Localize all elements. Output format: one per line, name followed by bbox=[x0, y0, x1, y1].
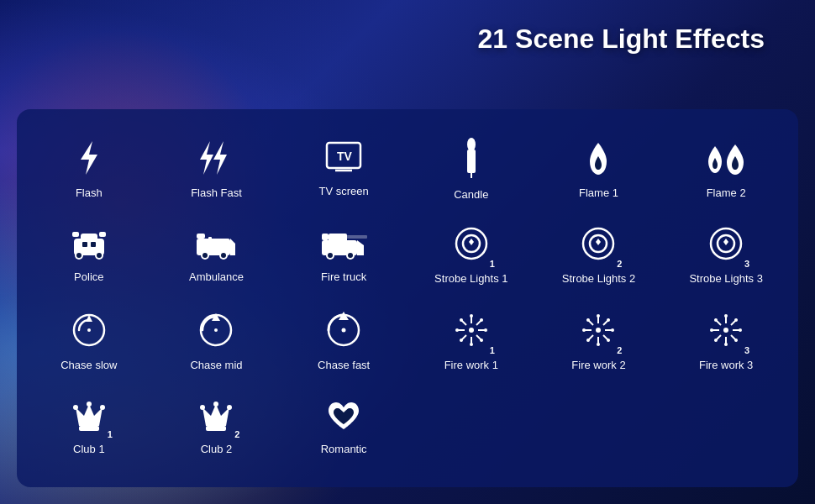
chase-mid-label: Chase mid bbox=[190, 359, 242, 371]
effect-item-strobe1[interactable]: 1Strobe Lights 1 bbox=[431, 218, 511, 291]
effect-item-police[interactable]: Police bbox=[64, 220, 114, 290]
effect-item-fire-truck[interactable]: Fire truck bbox=[317, 220, 371, 290]
svg-point-99 bbox=[724, 343, 728, 346]
svg-point-89 bbox=[723, 328, 728, 333]
svg-point-114 bbox=[227, 405, 232, 410]
fire-truck-icon bbox=[320, 227, 367, 265]
svg-rect-26 bbox=[208, 237, 212, 249]
effects-row-3: Chase slowChase midChase fast1Fire work … bbox=[25, 298, 790, 385]
effect-item-romantic[interactable]: Romantic bbox=[318, 392, 371, 462]
svg-point-113 bbox=[213, 402, 218, 407]
svg-point-66 bbox=[455, 328, 459, 332]
svg-text:TV: TV bbox=[337, 150, 353, 163]
svg-point-86 bbox=[607, 339, 610, 342]
svg-point-108 bbox=[87, 402, 92, 407]
ambulance-icon bbox=[193, 227, 239, 265]
effects-panel: FlashFlash FastTVTV screenCandleFlame 1F… bbox=[17, 109, 798, 487]
svg-point-24 bbox=[221, 253, 226, 258]
flash-fast-label: Flash Fast bbox=[191, 186, 242, 199]
candle-icon bbox=[459, 138, 484, 183]
firework2-number: 2 bbox=[617, 346, 622, 355]
svg-point-84 bbox=[611, 328, 614, 332]
effect-item-club1[interactable]: 1Club 1 bbox=[67, 392, 111, 462]
svg-point-110 bbox=[73, 405, 78, 410]
svg-rect-17 bbox=[72, 232, 79, 237]
club2-number: 2 bbox=[234, 430, 239, 439]
page-title: 21 Scene Light Effects bbox=[478, 24, 765, 55]
flash-label: Flash bbox=[76, 186, 103, 199]
svg-point-82 bbox=[597, 343, 600, 346]
effect-item-chase-mid[interactable]: Chase mid bbox=[187, 305, 245, 378]
flame1-icon bbox=[583, 139, 613, 181]
chase-mid-icon bbox=[197, 312, 234, 354]
firework1-icon: 1 bbox=[453, 312, 490, 354]
svg-point-14 bbox=[97, 253, 102, 258]
strobe3-number: 3 bbox=[744, 260, 749, 269]
club1-label: Club 1 bbox=[73, 443, 105, 455]
svg-rect-36 bbox=[322, 235, 367, 239]
strobe2-icon: 2 bbox=[580, 225, 617, 267]
firework3-number: 3 bbox=[744, 346, 749, 355]
svg-marker-0 bbox=[81, 141, 97, 175]
svg-rect-107 bbox=[79, 426, 99, 431]
svg-point-68 bbox=[460, 318, 463, 322]
svg-point-6 bbox=[467, 138, 476, 151]
svg-point-54 bbox=[342, 328, 346, 332]
svg-rect-10 bbox=[81, 234, 97, 242]
svg-point-55 bbox=[469, 328, 474, 333]
club2-label: Club 2 bbox=[201, 443, 233, 455]
effect-item-ambulance[interactable]: Ambulance bbox=[186, 220, 247, 290]
svg-marker-39 bbox=[469, 239, 474, 245]
svg-marker-45 bbox=[723, 239, 728, 245]
police-label: Police bbox=[74, 270, 103, 283]
flash-icon bbox=[74, 139, 104, 181]
svg-point-65 bbox=[470, 343, 473, 346]
effect-item-flame2[interactable]: Flame 2 bbox=[700, 133, 752, 206]
effect-item-flash-fast[interactable]: Flash Fast bbox=[187, 133, 245, 206]
effect-item-candle[interactable]: Candle bbox=[450, 131, 492, 207]
romantic-label: Romantic bbox=[321, 443, 367, 455]
romantic-icon bbox=[325, 399, 362, 438]
club1-number: 1 bbox=[108, 430, 113, 439]
svg-point-72 bbox=[596, 328, 601, 333]
effect-item-firework3[interactable]: 3Fire work 3 bbox=[696, 305, 756, 378]
svg-marker-2 bbox=[213, 141, 227, 175]
effect-item-strobe3[interactable]: 3Strobe Lights 3 bbox=[686, 218, 765, 291]
firework1-number: 1 bbox=[490, 346, 495, 355]
effect-item-flame1[interactable]: Flame 1 bbox=[576, 133, 622, 206]
chase-slow-label: Chase slow bbox=[60, 359, 117, 371]
svg-point-71 bbox=[460, 339, 463, 342]
svg-point-81 bbox=[597, 314, 600, 318]
effect-item-chase-fast[interactable]: Chase fast bbox=[314, 305, 373, 378]
flame2-icon bbox=[703, 139, 749, 181]
effect-item-chase-slow[interactable]: Chase slow bbox=[57, 305, 120, 378]
svg-point-102 bbox=[714, 318, 718, 322]
club1-icon: 1 bbox=[71, 399, 108, 438]
svg-point-64 bbox=[470, 314, 473, 318]
svg-point-100 bbox=[710, 328, 713, 332]
svg-marker-106 bbox=[76, 404, 103, 426]
svg-point-51 bbox=[214, 328, 218, 332]
effect-item-firework2[interactable]: 2Fire work 2 bbox=[568, 305, 628, 378]
effect-item-tv-screen[interactable]: TVTV screen bbox=[316, 134, 372, 204]
svg-point-70 bbox=[480, 318, 483, 322]
firework2-icon: 2 bbox=[580, 312, 617, 354]
tv-screen-label: TV screen bbox=[319, 185, 369, 197]
firework2-label: Fire work 2 bbox=[571, 359, 625, 371]
svg-point-101 bbox=[739, 328, 742, 332]
effect-item-club2[interactable]: 2Club 2 bbox=[194, 392, 238, 462]
svg-point-85 bbox=[586, 318, 590, 322]
svg-marker-29 bbox=[357, 240, 364, 255]
strobe1-label: Strobe Lights 1 bbox=[434, 272, 507, 285]
flame2-label: Flame 2 bbox=[707, 186, 746, 199]
effect-item-firework1[interactable]: 1Fire work 1 bbox=[441, 305, 502, 378]
svg-point-87 bbox=[607, 318, 610, 322]
firework3-label: Fire work 3 bbox=[699, 359, 753, 371]
effect-item-flash[interactable]: Flash bbox=[71, 133, 108, 206]
strobe1-icon: 1 bbox=[453, 225, 490, 267]
effect-item-strobe2[interactable]: 2Strobe Lights 2 bbox=[559, 218, 639, 291]
ambulance-label: Ambulance bbox=[189, 270, 244, 283]
flame1-label: Flame 1 bbox=[579, 186, 618, 199]
firework1-label: Fire work 1 bbox=[444, 359, 498, 371]
svg-point-22 bbox=[202, 253, 208, 258]
